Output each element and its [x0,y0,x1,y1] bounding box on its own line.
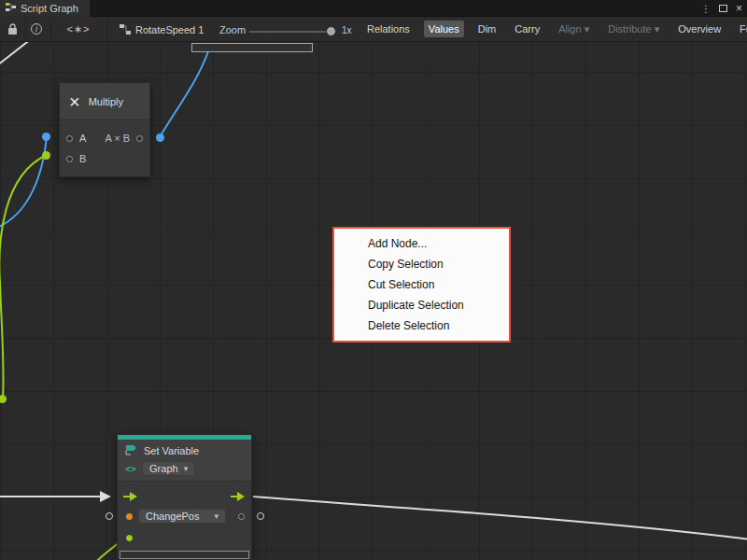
tab-label: Script Graph [21,3,78,14]
overview-button[interactable]: Overview [673,21,726,37]
zoom-slider-handle[interactable] [326,26,336,36]
wire-green-left [0,155,47,399]
align-dropdown-button[interactable]: Align ▾ [554,21,594,38]
wire-endpoint-green-b [42,151,50,160]
script-icon [120,24,131,35]
menu-item-delete-selection[interactable]: Delete Selection [334,315,509,336]
variable-scope-label: Graph [149,463,178,474]
carry-button[interactable]: Carry [510,21,544,37]
multiply-input-b-label: B [79,153,86,164]
chevron-down-icon: ▾ [184,464,189,473]
lock-icon[interactable] [7,23,18,37]
relations-button[interactable]: Relations [362,21,415,37]
close-icon[interactable]: × [736,3,742,14]
set-variable-header: Set Variable <> Graph ▾ [118,440,251,482]
code-preview-icon[interactable]: <∗> [54,21,103,37]
graph-variable-chip[interactable]: RotateSpeed 1 [120,21,204,37]
toolbar-separator [50,17,51,41]
menu-item-add-node[interactable]: Add Node... [334,233,509,254]
multiply-node-header: × Multiply [60,83,149,120]
zoom-label: Zoom [219,24,246,35]
menu-item-copy-selection[interactable]: Copy Selection [334,254,509,274]
tab-script-graph[interactable]: Script Graph [0,0,90,17]
wire-endpoint-blue-a [42,133,50,141]
set-variable-title: Set Variable [144,445,199,456]
multiply-output-label: A × B [105,133,130,144]
fullscreen-button[interactable]: Full Screen [735,21,747,37]
wire-white-right [253,497,747,539]
values-button[interactable]: Values [424,21,464,37]
wire-white-topleft [0,42,31,65]
flow-output-arrow[interactable] [231,491,246,504]
wire-endpoint-green-edge [0,395,7,403]
menu-item-cut-selection[interactable]: Cut Selection [334,274,509,295]
multiply-input-a-port[interactable] [66,135,73,142]
set-variable-connected-port[interactable] [126,535,133,541]
flow-input-arrow[interactable] [123,491,138,504]
chevron-down-icon: ▾ [214,511,218,521]
graph-toolbar: i <∗> RotateSpeed 1 Zoom 1x Relations Va… [0,17,747,42]
context-menu: Add Node... Copy Selection Cut Selection… [332,227,511,343]
multiply-icon: × [69,92,80,111]
distribute-dropdown-button[interactable]: Distribute ▾ [603,21,664,38]
unconnected-port-right[interactable] [257,512,264,520]
multiply-output-port[interactable] [136,135,143,142]
set-variable-node[interactable]: Set Variable <> Graph ▾ ChangePos ▾ [117,434,252,560]
wire-blue-top [160,51,208,137]
wire-blue-left [0,136,47,229]
variable-scope-dropdown[interactable]: Graph ▾ [142,461,195,476]
variable-value-port[interactable] [126,513,133,520]
maximize-icon[interactable] [719,5,727,12]
zoom-value: 1x [342,25,352,35]
variable-kind-icon: <> [125,464,136,474]
variable-name-value: ChangePos [146,511,200,522]
graph-canvas[interactable]: × Multiply A A × B B Set Variable <> [0,42,747,560]
graph-icon [6,3,16,14]
toolbar-separator [106,17,107,41]
menu-item-duplicate-selection[interactable]: Duplicate Selection [334,295,509,315]
set-variable-footer-box [120,551,249,559]
multiply-node-title: Multiply [89,96,123,107]
clipped-node-sliver[interactable] [191,43,313,52]
set-variable-icon [125,444,138,457]
variable-name-dropdown[interactable]: ChangePos ▾ [138,509,226,524]
zoom-slider-track[interactable] [249,31,331,33]
unconnected-port-left[interactable] [106,512,113,520]
multiply-node[interactable]: × Multiply A A × B B [59,82,150,177]
set-variable-output-port[interactable] [238,513,245,520]
toolbar-separator [25,17,26,41]
window-menu-icon[interactable]: ⋮ [701,4,711,14]
multiply-input-a-label: A [79,133,86,144]
info-icon[interactable]: i [31,23,42,35]
multiply-input-b-port[interactable] [66,156,73,162]
wire-arrowhead [100,491,111,502]
window-titlebar: Script Graph ⋮ × [0,0,747,17]
dim-button[interactable]: Dim [473,21,501,37]
toolbar-buttons: Relations Values Dim Carry Align ▾ Distr… [362,17,747,41]
graph-variable-label: RotateSpeed 1 [135,24,204,35]
wire-endpoint-blue-out [156,133,164,142]
